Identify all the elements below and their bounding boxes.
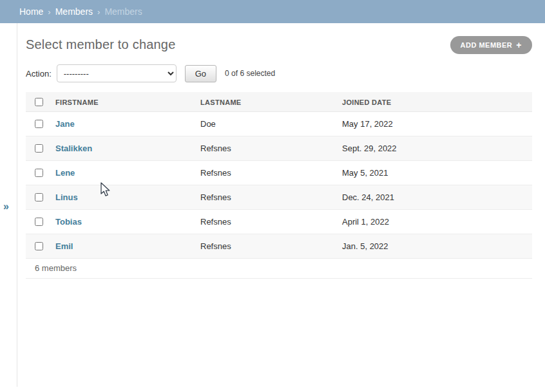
select-all-header-cell bbox=[26, 92, 49, 112]
go-button[interactable]: Go bbox=[185, 65, 216, 82]
main-content: Select member to change ADD MEMBER + Act… bbox=[17, 23, 545, 392]
plus-icon: + bbox=[516, 42, 522, 48]
breadcrumb-link-home[interactable]: Home bbox=[19, 6, 43, 17]
cell-lastname: Refsnes bbox=[194, 136, 336, 161]
actions-bar: Action: --------- Go 0 of 6 selected bbox=[26, 64, 532, 82]
table-row: LeneRefsnesMay 5, 2021 bbox=[26, 161, 532, 185]
cell-joined-date: May 5, 2021 bbox=[336, 161, 532, 185]
members-table: FIRSTNAME LASTNAME JOINED DATE JaneDoeMa… bbox=[26, 92, 532, 259]
row-checkbox-cell bbox=[26, 112, 49, 136]
cell-firstname: Linus bbox=[49, 185, 194, 210]
cell-lastname: Doe bbox=[194, 112, 336, 136]
cell-firstname: Tobias bbox=[49, 210, 194, 234]
selection-counter: 0 of 6 selected bbox=[225, 69, 275, 78]
action-label: Action: bbox=[26, 69, 52, 79]
row-checkbox-cell bbox=[26, 136, 49, 161]
add-member-button[interactable]: ADD MEMBER + bbox=[450, 36, 532, 54]
column-header-firstname: FIRSTNAME bbox=[49, 92, 194, 112]
action-select[interactable]: --------- bbox=[57, 64, 177, 82]
add-member-button-label: ADD MEMBER bbox=[461, 41, 513, 49]
row-checkbox[interactable] bbox=[35, 193, 43, 201]
cell-lastname: Refsnes bbox=[194, 161, 336, 185]
cell-joined-date: May 17, 2022 bbox=[336, 112, 532, 136]
breadcrumb: Home › Members › Members bbox=[0, 0, 545, 23]
member-link[interactable]: Emil bbox=[55, 241, 73, 251]
breadcrumb-separator: › bbox=[97, 7, 100, 17]
select-all-checkbox[interactable] bbox=[35, 98, 43, 106]
table-row: JaneDoeMay 17, 2022 bbox=[26, 112, 532, 136]
sidebar-expand-toggle-icon[interactable]: » bbox=[3, 200, 9, 213]
cell-firstname: Jane bbox=[49, 112, 194, 136]
member-link[interactable]: Tobias bbox=[55, 217, 82, 227]
member-link[interactable]: Linus bbox=[55, 192, 78, 202]
cell-lastname: Refsnes bbox=[194, 210, 336, 234]
row-checkbox-cell bbox=[26, 210, 49, 234]
breadcrumb-link-members[interactable]: Members bbox=[55, 6, 93, 17]
column-header-joined-date: JOINED DATE bbox=[336, 92, 532, 112]
member-link[interactable]: Lene bbox=[55, 168, 75, 178]
table-row: EmilRefsnesJan. 5, 2022 bbox=[26, 234, 532, 259]
cell-lastname: Refsnes bbox=[194, 185, 336, 210]
breadcrumb-separator: › bbox=[48, 7, 50, 17]
table-row: TobiasRefsnesApril 1, 2022 bbox=[26, 210, 532, 234]
members-table-body: JaneDoeMay 17, 2022StalikkenRefsnesSept.… bbox=[26, 112, 532, 259]
breadcrumb-current-page: Members bbox=[104, 6, 142, 17]
members-table-header: FIRSTNAME LASTNAME JOINED DATE bbox=[26, 92, 532, 112]
cell-joined-date: April 1, 2022 bbox=[336, 210, 532, 234]
cell-joined-date: Sept. 29, 2022 bbox=[336, 136, 532, 161]
row-checkbox[interactable] bbox=[35, 144, 43, 153]
row-checkbox[interactable] bbox=[35, 218, 43, 226]
title-row: Select member to change ADD MEMBER + bbox=[26, 33, 532, 54]
table-row: LinusRefsnesDec. 24, 2021 bbox=[26, 185, 532, 210]
table-row: StalikkenRefsnesSept. 29, 2022 bbox=[26, 136, 532, 161]
row-checkbox-cell bbox=[26, 234, 49, 259]
row-checkbox-cell bbox=[26, 161, 49, 185]
member-link[interactable]: Jane bbox=[55, 119, 75, 129]
row-checkbox[interactable] bbox=[35, 242, 43, 250]
cell-joined-date: Jan. 5, 2022 bbox=[336, 234, 532, 259]
member-link[interactable]: Stalikken bbox=[55, 144, 92, 153]
cell-joined-date: Dec. 24, 2021 bbox=[336, 185, 532, 210]
row-checkbox-cell bbox=[26, 185, 49, 210]
cell-firstname: Lene bbox=[49, 161, 194, 185]
row-checkbox[interactable] bbox=[35, 169, 43, 177]
row-checkbox[interactable] bbox=[35, 120, 43, 128]
page-title: Select member to change bbox=[26, 33, 176, 52]
cell-firstname: Stalikken bbox=[49, 136, 194, 161]
cell-firstname: Emil bbox=[49, 234, 194, 259]
member-count: 6 members bbox=[26, 259, 532, 279]
cell-lastname: Refsnes bbox=[194, 234, 336, 259]
column-header-lastname: LASTNAME bbox=[194, 92, 336, 112]
